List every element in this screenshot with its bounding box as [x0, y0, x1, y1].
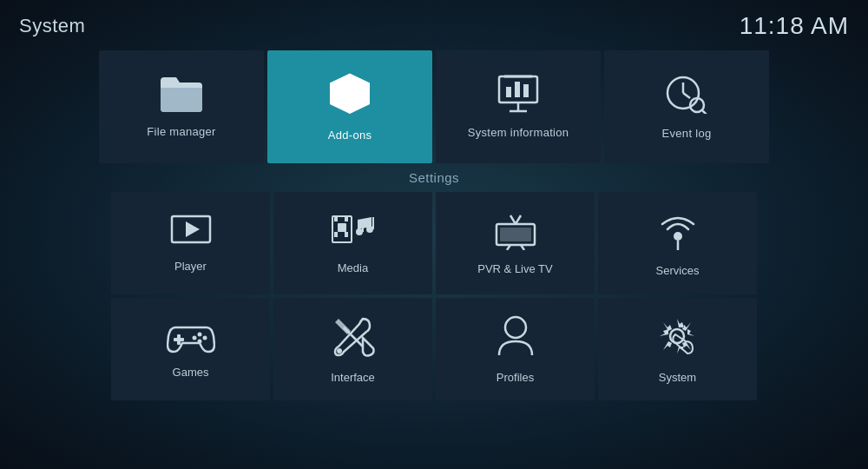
header: System 11:18 AM	[0, 0, 868, 49]
tile-player-label: Player	[174, 260, 207, 273]
tile-system-information[interactable]: System information	[436, 50, 601, 163]
svg-rect-5	[506, 87, 511, 97]
tile-profiles[interactable]: Profiles	[436, 298, 595, 400]
svg-point-39	[202, 335, 207, 340]
svg-line-13	[683, 93, 690, 98]
settings-grid: Player	[35, 190, 833, 402]
tile-file-manager[interactable]: File manager	[99, 50, 264, 163]
svg-rect-21	[345, 216, 348, 221]
svg-line-28	[510, 215, 516, 224]
svg-point-24	[356, 228, 363, 235]
gamepad-icon	[167, 320, 215, 359]
svg-rect-22	[345, 232, 348, 237]
tile-interface[interactable]: Interface	[273, 298, 432, 400]
tile-profiles-label: Profiles	[496, 371, 534, 384]
folder-icon	[159, 76, 204, 118]
tile-interface-label: Interface	[331, 371, 375, 384]
tile-system-label: System	[659, 371, 696, 384]
person-icon	[497, 315, 534, 364]
tile-media-label: Media	[338, 261, 368, 274]
svg-point-42	[337, 348, 342, 353]
svg-rect-31	[500, 228, 531, 241]
svg-line-29	[516, 215, 521, 224]
top-row: File manager Add-ons	[0, 49, 868, 165]
svg-line-15	[702, 110, 707, 114]
box-icon	[328, 72, 372, 122]
svg-rect-19	[334, 216, 338, 221]
header-time: 11:18 AM	[740, 12, 849, 40]
tile-services-label: Services	[656, 264, 700, 277]
tile-games-label: Games	[173, 366, 209, 379]
tile-media[interactable]: Media	[273, 192, 432, 294]
settings-title: Settings	[35, 170, 833, 185]
tile-add-ons-label: Add-ons	[328, 129, 372, 142]
play-icon	[170, 215, 212, 253]
svg-rect-6	[515, 82, 520, 97]
svg-point-44	[505, 317, 526, 338]
tile-system[interactable]: System	[598, 298, 757, 400]
svg-point-41	[192, 335, 196, 340]
svg-rect-23	[338, 223, 346, 232]
tile-add-ons[interactable]: Add-ons	[267, 50, 432, 163]
svg-marker-17	[186, 221, 200, 237]
svg-rect-20	[334, 232, 338, 237]
svg-rect-7	[523, 84, 529, 97]
media-icon	[332, 213, 375, 254]
wrench-icon	[332, 315, 375, 364]
tile-player[interactable]: Player	[111, 192, 270, 294]
tile-file-manager-label: File manager	[147, 125, 215, 138]
tile-system-info-label: System information	[468, 126, 569, 139]
tile-pvr-live-tv[interactable]: PVR & Live TV	[436, 192, 595, 294]
tile-services[interactable]: Services	[598, 192, 757, 294]
svg-point-34	[674, 232, 682, 241]
tv-icon	[493, 212, 538, 255]
podcast-icon	[657, 210, 699, 257]
svg-point-40	[197, 339, 201, 343]
svg-point-38	[197, 332, 201, 336]
chart-icon	[496, 75, 541, 119]
header-title: System	[19, 15, 85, 37]
clock-search-icon	[664, 74, 709, 120]
tile-event-log[interactable]: Event log	[604, 50, 769, 163]
tile-event-log-label: Event log	[662, 127, 712, 140]
svg-rect-37	[174, 338, 184, 341]
settings-section: Settings Player	[0, 170, 868, 402]
tile-games[interactable]: Games	[111, 298, 270, 400]
tile-pvr-label: PVR & Live TV	[477, 262, 552, 275]
svg-point-25	[366, 226, 373, 233]
gear-wrench-icon	[656, 315, 700, 364]
